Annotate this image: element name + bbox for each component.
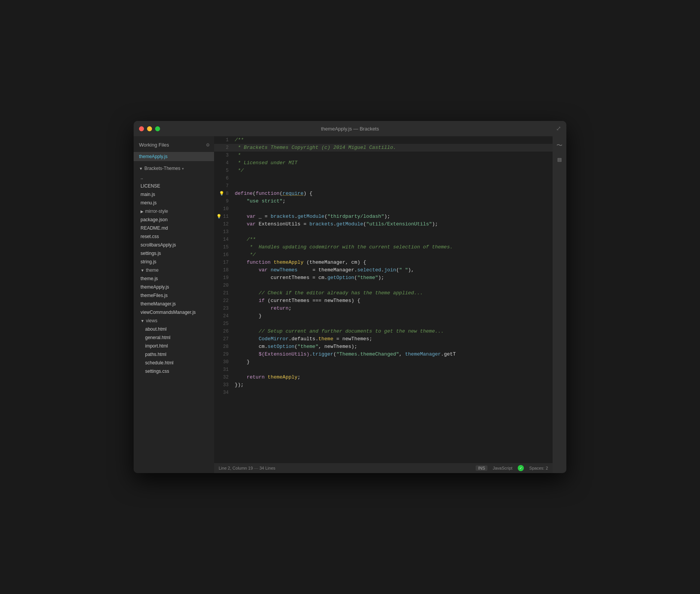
- code-line: 28 cm.setOption("theme", newThemes);: [214, 343, 553, 351]
- editor-area: 1 /** 2 * Brackets Themes Copyright (c) …: [214, 136, 553, 473]
- status-ok-icon: ✓: [518, 465, 524, 471]
- code-line: 33 });: [214, 381, 553, 389]
- code-line: 13: [214, 228, 553, 236]
- code-line: 4 * Licensed under MIT: [214, 159, 553, 167]
- code-line: 27 CodeMirror.defaults.theme = newThemes…: [214, 335, 553, 343]
- code-line: 31: [214, 366, 553, 374]
- list-item[interactable]: reset.css: [134, 232, 214, 241]
- code-line: 15 * Handles updating codemirror with th…: [214, 243, 553, 251]
- code-line: 20: [214, 282, 553, 289]
- project-arrow-icon: ▼: [139, 166, 143, 171]
- code-container[interactable]: 1 /** 2 * Brackets Themes Copyright (c) …: [214, 136, 553, 463]
- list-item[interactable]: main.js: [134, 190, 214, 199]
- working-files-header: Working Files ⚙: [134, 136, 214, 152]
- active-file-item[interactable]: themeApply.js: [134, 152, 214, 161]
- project-dropdown-icon: ▾: [182, 166, 184, 171]
- extension-icon[interactable]: ▤: [556, 154, 563, 165]
- insert-mode-badge[interactable]: INS: [476, 465, 487, 471]
- list-item[interactable]: string.js: [134, 258, 214, 266]
- code-line: 3 *: [214, 152, 553, 159]
- list-item[interactable]: themeFiles.js: [134, 291, 214, 300]
- list-item[interactable]: themeManager.js: [134, 300, 214, 308]
- project-name: Brackets-Themes: [144, 166, 180, 171]
- code-line: 💡 11 var _ = brackets.getModule("thirdpa…: [214, 213, 553, 220]
- list-item[interactable]: schedule.html: [134, 359, 214, 367]
- working-files-title: Working Files: [139, 142, 169, 148]
- list-item[interactable]: settings.js: [134, 249, 214, 258]
- expand-icon[interactable]: ⤢: [556, 125, 561, 132]
- list-item[interactable]: paths.html: [134, 350, 214, 359]
- list-item[interactable]: ..: [134, 173, 214, 182]
- code-line: 32 return themeApply;: [214, 374, 553, 381]
- list-item[interactable]: general.html: [134, 333, 214, 342]
- window-title: themeApply.js — Brackets: [321, 126, 379, 132]
- code-line: 18 var newThemes = themeManager.selected…: [214, 266, 553, 274]
- bulb-icon: 💡: [216, 213, 222, 220]
- code-line: 24 }: [214, 312, 553, 320]
- code-line: 10: [214, 205, 553, 213]
- window-controls: [139, 126, 160, 131]
- code-line: 9 "use strict";: [214, 197, 553, 205]
- folder-arrow-icon: ▼: [141, 268, 144, 273]
- spaces-setting[interactable]: Spaces: 2: [529, 466, 548, 470]
- list-item[interactable]: scrollbarsApply.js: [134, 241, 214, 249]
- list-item[interactable]: themeApply.js: [134, 283, 214, 291]
- code-line: 29 $(ExtensionUtils).trigger("Themes.the…: [214, 351, 553, 358]
- code-line: 21 // Check if the editor already has th…: [214, 289, 553, 297]
- maximize-button[interactable]: [155, 126, 160, 131]
- code-line: 2 * Brackets Themes Copyright (c) 2014 M…: [214, 144, 553, 152]
- code-line: 14 /**: [214, 236, 553, 243]
- folder-item[interactable]: ▼views: [134, 317, 214, 325]
- list-item[interactable]: menu.js: [134, 199, 214, 207]
- list-item[interactable]: import.html: [134, 342, 214, 350]
- code-line: 12 var ExtensionUtils = brackets.getModu…: [214, 220, 553, 228]
- code-line: 6: [214, 175, 553, 182]
- cursor-position: Line 2, Column 19 — 34 Lines: [219, 466, 275, 470]
- code-line: 1 /**: [214, 136, 553, 144]
- project-header[interactable]: ▼ Brackets-Themes ▾: [134, 161, 214, 173]
- code-line: 7: [214, 182, 553, 190]
- status-right: INS JavaScript ✓ Spaces: 2: [476, 465, 548, 471]
- minimize-button[interactable]: [147, 126, 152, 131]
- list-item[interactable]: LICENSE: [134, 182, 214, 190]
- folder-item[interactable]: ▶mirror-style: [134, 207, 214, 215]
- list-item[interactable]: README.md: [134, 224, 214, 232]
- checkmark-icon: ✓: [520, 466, 522, 470]
- code-line: 19 currentThemes = cm.getOption("theme")…: [214, 274, 553, 282]
- list-item[interactable]: package.json: [134, 215, 214, 224]
- folder-arrow-icon: ▼: [141, 319, 144, 323]
- code-line: 34: [214, 389, 553, 397]
- code-line: 25: [214, 320, 553, 328]
- code-line: 💡 8 define(function(require) {: [214, 190, 553, 197]
- code-line: 26 // Setup current and further document…: [214, 328, 553, 335]
- gear-icon[interactable]: ⚙: [206, 142, 209, 148]
- code-line: 17 function themeApply (themeManager, cm…: [214, 259, 553, 266]
- sidebar: Working Files ⚙ themeApply.js ▼ Brackets…: [134, 136, 214, 473]
- code-line: 16 */: [214, 251, 553, 259]
- code-line: 22 if (currentThemes === newThemes) {: [214, 297, 553, 305]
- title-bar: themeApply.js — Brackets ⤢: [134, 121, 566, 136]
- folder-arrow-icon: ▶: [141, 209, 144, 214]
- code-line: 30 }: [214, 358, 553, 366]
- folder-item[interactable]: ▼theme: [134, 266, 214, 274]
- close-button[interactable]: [139, 126, 144, 131]
- list-item[interactable]: viewCommandsManager.js: [134, 308, 214, 317]
- right-toolbar: 〜 ▤: [553, 136, 566, 473]
- app-window: themeApply.js — Brackets ⤢ Working Files…: [134, 121, 566, 473]
- main-content: Working Files ⚙ themeApply.js ▼ Brackets…: [134, 136, 566, 473]
- list-item[interactable]: about.html: [134, 325, 214, 333]
- analytics-icon[interactable]: 〜: [555, 140, 564, 151]
- list-item[interactable]: settings.css: [134, 367, 214, 375]
- list-item[interactable]: theme.js: [134, 274, 214, 283]
- code-line: 5 */: [214, 167, 553, 175]
- bulb-icon: 💡: [219, 190, 224, 197]
- status-bar: Line 2, Column 19 — 34 Lines INS JavaScr…: [214, 463, 553, 473]
- code-line: 23 return;: [214, 305, 553, 312]
- language-mode[interactable]: JavaScript: [493, 466, 512, 470]
